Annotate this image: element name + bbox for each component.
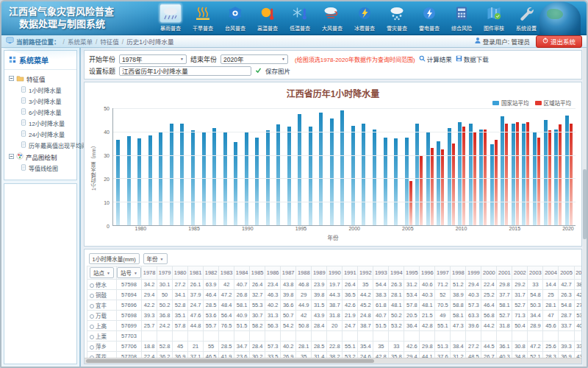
tree-item-0-5[interactable]: 历年最高值出现平均雨量: [9, 140, 75, 151]
year-col-header[interactable]: 1996: [420, 266, 435, 280]
bar-national-1999[interactable]: [340, 110, 344, 225]
station-id-sort[interactable]: 站号: [117, 267, 141, 278]
year-col-header[interactable]: 1983: [219, 266, 234, 280]
radio-icon[interactable]: [90, 314, 94, 319]
end-year-select[interactable]: 2020年: [220, 54, 288, 64]
station-name-cell[interactable]: 万载: [87, 311, 117, 321]
bar-national-2003[interactable]: [384, 138, 387, 225]
nav-item-4[interactable]: 低温普查: [284, 4, 316, 32]
year-col-header[interactable]: 1989: [312, 266, 327, 280]
bar-national-1983[interactable]: [170, 124, 173, 225]
save-image-button[interactable]: 保存图片: [265, 66, 290, 75]
start-year-select[interactable]: 1978年: [119, 54, 187, 64]
bar-national-2013[interactable]: [490, 144, 494, 225]
year-sort-selector[interactable]: 年份: [143, 253, 168, 264]
year-col-header[interactable]: 2004: [543, 266, 559, 280]
bar-national-2005[interactable]: [405, 138, 409, 225]
bar-national-1994[interactable]: [287, 127, 291, 225]
year-col-header[interactable]: 1982: [204, 266, 219, 280]
table-row-萍乡[interactable]: 萍乡5770618.852.845215528.534.728.457.340.…: [87, 342, 583, 352]
station-name-cell[interactable]: 修水: [87, 280, 117, 290]
table-row-上高[interactable]: 上高5769925.724.257.844.855.776.551.558.25…: [87, 321, 583, 331]
tree-group-1[interactable]: 产品图绘制: [9, 151, 75, 163]
bar-national-1998[interactable]: [330, 118, 334, 225]
expand-icon[interactable]: [9, 153, 14, 160]
year-col-header[interactable]: 2000: [481, 266, 497, 280]
bar-national-2010[interactable]: [458, 122, 462, 225]
year-col-header[interactable]: 1981: [188, 266, 204, 280]
radio-icon[interactable]: [90, 294, 94, 298]
bar-national-1995[interactable]: [298, 114, 301, 225]
station-name-cell[interactable]: 上栗: [87, 331, 117, 342]
year-col-header[interactable]: 2006: [574, 266, 582, 280]
bar-national-2016[interactable]: [522, 124, 526, 225]
bar-national-1991[interactable]: [255, 138, 259, 225]
bar-national-2002[interactable]: [373, 130, 376, 225]
bar-national-2014[interactable]: [501, 116, 504, 225]
hscroll-thumb[interactable]: [86, 359, 374, 363]
bar-national-1980[interactable]: [137, 138, 141, 225]
radio-icon[interactable]: [90, 345, 94, 350]
nav-item-10[interactable]: 图件审核: [478, 4, 510, 32]
tree-item-0-3[interactable]: 12小时降水量: [9, 118, 75, 129]
bar-national-1987[interactable]: [212, 128, 216, 225]
bar-regional-2020[interactable]: [570, 124, 573, 225]
tree-item-1-0[interactable]: 等值线绘图: [9, 163, 75, 174]
nav-item-7[interactable]: 雪灾普查: [381, 4, 413, 32]
tree-item-0-1[interactable]: 3小时降水量: [9, 96, 75, 107]
station-name-cell[interactable]: 上高: [87, 321, 117, 331]
bar-national-2000[interactable]: [351, 126, 355, 225]
bar-national-2004[interactable]: [394, 138, 398, 225]
year-col-header[interactable]: 1991: [343, 266, 358, 280]
bar-regional-2019[interactable]: [559, 124, 562, 225]
bar-regional-2007[interactable]: [431, 148, 434, 225]
vscroll-thumb[interactable]: [583, 169, 587, 239]
year-col-header[interactable]: 1997: [435, 266, 451, 280]
bar-national-1981[interactable]: [148, 135, 152, 225]
year-col-header[interactable]: 1992: [358, 266, 373, 280]
year-col-header[interactable]: 1984: [234, 266, 250, 280]
nav-item-5[interactable]: 大风普查: [316, 4, 348, 32]
table-row-修水[interactable]: 修水5759834.230.127.226.163.94240.726.423.…: [87, 280, 583, 290]
year-col-header[interactable]: 2003: [528, 266, 543, 280]
year-col-header[interactable]: 1987: [281, 266, 296, 280]
logout-button[interactable]: 退出系统: [536, 35, 582, 48]
tree-item-0-0[interactable]: 1小时降水量: [9, 85, 75, 96]
nav-item-1[interactable]: 干旱普查: [187, 4, 219, 32]
bar-national-1984[interactable]: [180, 124, 184, 225]
bar-regional-2005[interactable]: [409, 181, 412, 225]
bar-regional-2006[interactable]: [420, 155, 423, 225]
table-row-万载[interactable]: 万载5769839.336.835.147.653.656.440.930.73…: [87, 311, 583, 321]
nav-item-9[interactable]: 综合风险: [445, 4, 478, 32]
year-col-header[interactable]: 1998: [451, 266, 466, 280]
legend-regional[interactable]: 区域站平均: [535, 99, 572, 107]
bar-national-1978[interactable]: [116, 140, 120, 225]
station-sort[interactable]: 站点: [90, 267, 114, 278]
table-row-宜丰[interactable]: 宜丰5769642.250.252.824.728.548.458.155.34…: [87, 300, 583, 311]
year-col-header[interactable]: 1979: [157, 266, 173, 280]
radio-icon[interactable]: [90, 325, 94, 329]
radio-icon[interactable]: [90, 304, 94, 308]
bar-regional-2014[interactable]: [505, 124, 508, 225]
nav-item-6[interactable]: 冰雹普查: [348, 4, 381, 32]
tree-item-0-4[interactable]: 24小时降水量: [9, 129, 75, 140]
station-name-cell[interactable]: 铜鼓: [87, 290, 117, 300]
bar-national-2001[interactable]: [362, 124, 365, 225]
nav-item-2[interactable]: 台风普查: [219, 4, 251, 32]
nav-item-3[interactable]: 高温普查: [251, 4, 284, 32]
year-col-header[interactable]: 1988: [296, 266, 312, 280]
table-row-上栗[interactable]: 上栗57703: [87, 331, 583, 342]
year-col-header[interactable]: 1990: [327, 266, 343, 280]
radio-icon[interactable]: [90, 335, 94, 339]
unit-selector[interactable]: 1小时降水量(mm): [89, 253, 140, 264]
nav-item-0[interactable]: 暴雨普查: [154, 4, 187, 32]
year-col-header[interactable]: 1978: [142, 266, 157, 280]
year-col-header[interactable]: 1985: [250, 266, 265, 280]
year-col-header[interactable]: 1994: [389, 266, 404, 280]
legend-national[interactable]: 国家站平均: [492, 99, 529, 107]
bar-national-2008[interactable]: [437, 141, 440, 225]
bar-regional-2008[interactable]: [441, 149, 444, 225]
nav-item-8[interactable]: 雷电普查: [413, 4, 445, 32]
expand-icon[interactable]: [9, 75, 14, 82]
bar-national-2018[interactable]: [544, 120, 548, 225]
